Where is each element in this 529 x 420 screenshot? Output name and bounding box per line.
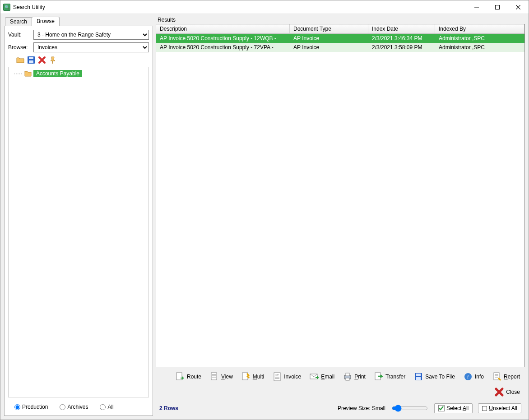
svg-rect-11 (211, 373, 217, 380)
save-icon[interactable] (27, 56, 35, 64)
vault-row: Vault: 3 - Home on the Range Safety (8, 30, 149, 40)
cell-indexed-by: Administrator ,SPC (435, 34, 524, 43)
cell-index-date: 2/3/2021 3:58:09 PM (368, 43, 435, 52)
save-to-file-icon (413, 372, 423, 382)
titlebar: 🔍 Search Utility (0, 0, 529, 14)
browse-label: Browse: (8, 44, 31, 51)
close-icon (516, 5, 520, 9)
browse-panel: Vault: 3 - Home on the Range Safety Brow… (4, 26, 153, 416)
cell-doc-type: AP Invoice (290, 34, 368, 43)
unselect-all-button[interactable]: Unselect All (478, 403, 521, 413)
svg-rect-5 (29, 57, 33, 59)
window-title: Search Utility (13, 4, 45, 10)
browse-tree[interactable]: ····· Accounts Payable (8, 67, 149, 397)
status-bar: 2 Rows Preview Size: Small Select All Un… (156, 401, 525, 416)
cell-description: AP Invoice 5020 Construction Supply - 72… (156, 43, 290, 52)
multi-icon (241, 372, 251, 382)
open-folder-icon[interactable] (16, 56, 24, 64)
maximize-button[interactable] (487, 0, 508, 14)
svg-rect-1 (496, 5, 500, 9)
client-area: Search Browse Vault: 3 - Home on the Ran… (0, 14, 529, 420)
preview-size-label: Preview Size: Small (338, 405, 385, 411)
check-icon (438, 405, 445, 411)
tree-node-accounts-payable[interactable]: ····· Accounts Payable (10, 70, 147, 77)
info-button[interactable]: i Info (461, 370, 488, 383)
minimize-button[interactable] (466, 0, 487, 14)
cell-doc-type: AP Invoice (290, 43, 368, 52)
svg-rect-6 (29, 60, 33, 63)
info-icon: i (463, 372, 473, 382)
transfer-icon (374, 372, 384, 382)
select-all-button[interactable]: Select All (434, 403, 473, 413)
preview-size-slider[interactable] (392, 405, 428, 412)
close-window-button[interactable] (508, 0, 529, 14)
results-header-row: Description Document Type Index Date Ind… (156, 24, 524, 34)
tree-expander-icon: ····· (14, 71, 23, 76)
cell-description: AP Invoice 5020 Construction Supply - 12… (156, 34, 290, 43)
delete-icon[interactable] (38, 56, 46, 64)
svg-rect-23 (346, 378, 349, 380)
report-button[interactable]: Report (490, 370, 524, 383)
view-button[interactable]: View (207, 370, 237, 383)
results-grid: Description Document Type Index Date Ind… (156, 24, 525, 367)
scope-all-label: All (107, 404, 113, 410)
print-icon (343, 372, 353, 382)
browse-toolbar (8, 55, 149, 67)
right-pane: Results Description Document Type Index … (156, 17, 525, 416)
results-label: Results (156, 17, 525, 24)
app-icon: 🔍 (3, 4, 10, 11)
svg-rect-26 (416, 374, 421, 376)
tree-node-label: Accounts Payable (33, 70, 82, 77)
scope-archives-radio[interactable] (60, 404, 65, 410)
svg-text:INV: INV (275, 374, 279, 376)
svg-rect-10 (176, 373, 182, 380)
browse-select[interactable]: Invoices (33, 42, 149, 52)
app-window: 🔍 Search Utility Search Browse Vault: 3 … (0, 0, 529, 420)
action-bar: Route View Multi INV Invoice Email (156, 367, 525, 401)
route-button[interactable]: Route (173, 370, 205, 383)
table-row[interactable]: AP Invoice 5020 Construction Supply - 72… (156, 43, 524, 52)
scope-all-radio[interactable] (100, 404, 106, 410)
scope-production-radio[interactable] (14, 404, 20, 410)
left-pane: Search Browse Vault: 3 - Home on the Ran… (4, 17, 153, 416)
results-body[interactable]: AP Invoice 5020 Construction Supply - 12… (156, 34, 524, 367)
col-indexed-by[interactable]: Indexed By (435, 24, 524, 33)
cell-index-date: 2/3/2021 3:46:34 PM (368, 34, 435, 43)
cell-indexed-by: Administrator ,SPC (435, 43, 524, 52)
pin-icon[interactable] (49, 56, 57, 64)
view-icon (209, 372, 219, 382)
scope-archives[interactable]: Archives (60, 404, 88, 410)
unchecked-icon (482, 406, 487, 411)
col-index-date[interactable]: Index Date (368, 24, 435, 33)
close-button[interactable]: Close (492, 385, 524, 399)
scope-production-label: Production (22, 404, 48, 410)
transfer-button[interactable]: Transfer (371, 370, 409, 383)
invoice-button[interactable]: INV Invoice (270, 370, 305, 383)
email-icon (309, 372, 319, 382)
col-description[interactable]: Description (156, 24, 290, 33)
row-count-label: 2 Rows (159, 405, 178, 411)
folder-icon (24, 70, 32, 77)
tab-browse[interactable]: Browse (32, 17, 60, 26)
tab-search[interactable]: Search (5, 17, 32, 26)
vault-select[interactable]: 3 - Home on the Range Safety (33, 30, 149, 40)
print-button[interactable]: Print (340, 370, 370, 383)
maximize-icon (495, 5, 500, 9)
svg-rect-27 (416, 377, 421, 380)
table-row[interactable]: AP Invoice 5020 Construction Supply - 12… (156, 34, 524, 43)
scope-all[interactable]: All (100, 404, 113, 410)
svg-text:i: i (467, 374, 469, 379)
save-to-file-button[interactable]: Save To File (411, 370, 459, 383)
vault-label: Vault: (8, 32, 31, 38)
tab-strip: Search Browse (4, 17, 153, 26)
browse-row: Browse: Invoices (8, 42, 149, 52)
svg-rect-22 (346, 373, 349, 376)
email-button[interactable]: Email (307, 370, 339, 383)
invoice-icon: INV (272, 372, 282, 382)
col-document-type[interactable]: Document Type (290, 24, 368, 33)
scope-production[interactable]: Production (14, 404, 48, 410)
report-icon (492, 372, 502, 382)
scope-archives-label: Archives (67, 404, 88, 410)
multi-button[interactable]: Multi (239, 370, 268, 383)
minimize-icon (474, 5, 479, 9)
